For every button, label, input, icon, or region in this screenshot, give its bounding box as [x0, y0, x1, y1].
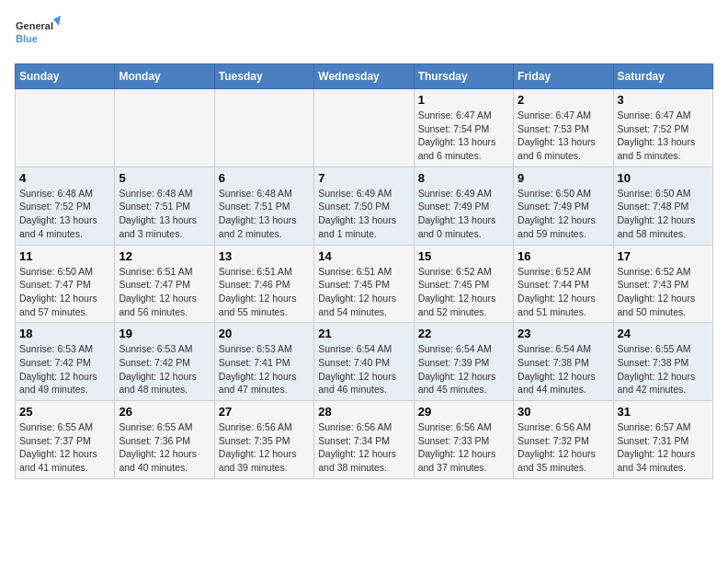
calendar-cell: 22Sunrise: 6:54 AM Sunset: 7:39 PM Dayli…: [414, 323, 513, 401]
day-number: 26: [119, 405, 210, 419]
column-header-thursday: Thursday: [414, 64, 513, 89]
day-number: 13: [219, 249, 310, 263]
calendar-cell: [214, 89, 313, 167]
svg-text:General: General: [16, 20, 53, 31]
calendar-cell: 1Sunrise: 6:47 AM Sunset: 7:54 PM Daylig…: [414, 89, 513, 167]
day-number: 27: [219, 405, 310, 419]
day-number: 5: [119, 171, 210, 185]
day-number: 28: [318, 405, 409, 419]
calendar-cell: 12Sunrise: 6:51 AM Sunset: 7:47 PM Dayli…: [115, 245, 214, 323]
day-number: 14: [318, 249, 409, 263]
day-info: Sunrise: 6:56 AM Sunset: 7:32 PM Dayligh…: [518, 420, 609, 475]
day-number: 15: [418, 249, 509, 263]
calendar-cell: 31Sunrise: 6:57 AM Sunset: 7:31 PM Dayli…: [613, 401, 712, 479]
day-number: 4: [19, 171, 110, 185]
day-info: Sunrise: 6:53 AM Sunset: 7:41 PM Dayligh…: [219, 342, 310, 396]
calendar-cell: [314, 89, 414, 167]
calendar-cell: 9Sunrise: 6:50 AM Sunset: 7:49 PM Daylig…: [514, 167, 613, 245]
day-info: Sunrise: 6:54 AM Sunset: 7:40 PM Dayligh…: [318, 342, 409, 396]
day-info: Sunrise: 6:51 AM Sunset: 7:47 PM Dayligh…: [119, 265, 210, 319]
day-info: Sunrise: 6:47 AM Sunset: 7:53 PM Dayligh…: [518, 109, 609, 163]
day-info: Sunrise: 6:54 AM Sunset: 7:38 PM Dayligh…: [518, 342, 609, 396]
day-info: Sunrise: 6:52 AM Sunset: 7:45 PM Dayligh…: [418, 265, 509, 319]
day-number: 20: [219, 327, 310, 340]
calendar-cell: 28Sunrise: 6:56 AM Sunset: 7:34 PM Dayli…: [314, 401, 414, 479]
day-info: Sunrise: 6:56 AM Sunset: 7:35 PM Dayligh…: [219, 420, 310, 475]
day-number: 25: [19, 405, 110, 419]
day-number: 21: [318, 327, 409, 340]
logo-icon: General Blue: [15, 15, 61, 56]
day-info: Sunrise: 6:56 AM Sunset: 7:33 PM Dayligh…: [418, 420, 509, 475]
column-header-monday: Monday: [115, 64, 214, 89]
day-info: Sunrise: 6:55 AM Sunset: 7:37 PM Dayligh…: [19, 420, 110, 475]
day-number: 19: [119, 327, 210, 340]
day-number: 10: [618, 171, 709, 185]
day-number: 9: [518, 171, 609, 185]
calendar-cell: 26Sunrise: 6:55 AM Sunset: 7:36 PM Dayli…: [115, 401, 214, 479]
calendar-week-row: 11Sunrise: 6:50 AM Sunset: 7:47 PM Dayli…: [16, 245, 713, 323]
day-info: Sunrise: 6:57 AM Sunset: 7:31 PM Dayligh…: [618, 420, 709, 475]
calendar-cell: [115, 89, 214, 167]
day-number: 3: [618, 93, 709, 107]
calendar-cell: 23Sunrise: 6:54 AM Sunset: 7:38 PM Dayli…: [514, 323, 613, 401]
day-info: Sunrise: 6:52 AM Sunset: 7:44 PM Dayligh…: [518, 265, 609, 319]
day-info: Sunrise: 6:47 AM Sunset: 7:54 PM Dayligh…: [418, 109, 509, 163]
day-info: Sunrise: 6:55 AM Sunset: 7:38 PM Dayligh…: [618, 342, 709, 396]
day-number: 17: [618, 249, 709, 263]
calendar-cell: [16, 89, 115, 167]
calendar-cell: 4Sunrise: 6:48 AM Sunset: 7:52 PM Daylig…: [16, 167, 115, 245]
svg-marker-2: [53, 16, 61, 26]
calendar-cell: 29Sunrise: 6:56 AM Sunset: 7:33 PM Dayli…: [414, 401, 513, 479]
calendar-cell: 19Sunrise: 6:53 AM Sunset: 7:42 PM Dayli…: [115, 323, 214, 401]
calendar-cell: 7Sunrise: 6:49 AM Sunset: 7:50 PM Daylig…: [314, 167, 414, 245]
day-number: 18: [19, 327, 110, 340]
calendar-cell: 25Sunrise: 6:55 AM Sunset: 7:37 PM Dayli…: [16, 401, 115, 479]
day-number: 8: [418, 171, 509, 185]
calendar-cell: 17Sunrise: 6:52 AM Sunset: 7:43 PM Dayli…: [613, 245, 712, 323]
day-number: 31: [618, 405, 709, 419]
day-info: Sunrise: 6:54 AM Sunset: 7:39 PM Dayligh…: [418, 342, 509, 396]
day-number: 16: [518, 249, 609, 263]
calendar-week-row: 18Sunrise: 6:53 AM Sunset: 7:42 PM Dayli…: [16, 323, 713, 401]
day-number: 12: [119, 249, 210, 263]
calendar-cell: 11Sunrise: 6:50 AM Sunset: 7:47 PM Dayli…: [16, 245, 115, 323]
day-number: 7: [318, 171, 409, 185]
calendar-cell: 16Sunrise: 6:52 AM Sunset: 7:44 PM Dayli…: [514, 245, 613, 323]
column-header-wednesday: Wednesday: [314, 64, 414, 89]
day-info: Sunrise: 6:49 AM Sunset: 7:49 PM Dayligh…: [418, 187, 509, 241]
day-info: Sunrise: 6:50 AM Sunset: 7:48 PM Dayligh…: [618, 187, 709, 241]
calendar-cell: 21Sunrise: 6:54 AM Sunset: 7:40 PM Dayli…: [314, 323, 414, 401]
calendar-cell: 3Sunrise: 6:47 AM Sunset: 7:52 PM Daylig…: [613, 89, 712, 167]
day-number: 2: [518, 93, 609, 107]
day-info: Sunrise: 6:50 AM Sunset: 7:47 PM Dayligh…: [19, 265, 110, 319]
calendar-cell: 18Sunrise: 6:53 AM Sunset: 7:42 PM Dayli…: [16, 323, 115, 401]
calendar-cell: 5Sunrise: 6:48 AM Sunset: 7:51 PM Daylig…: [115, 167, 214, 245]
column-header-sunday: Sunday: [16, 64, 115, 89]
calendar-cell: 2Sunrise: 6:47 AM Sunset: 7:53 PM Daylig…: [514, 89, 613, 167]
calendar-cell: 14Sunrise: 6:51 AM Sunset: 7:45 PM Dayli…: [314, 245, 414, 323]
day-info: Sunrise: 6:47 AM Sunset: 7:52 PM Dayligh…: [618, 109, 709, 163]
day-info: Sunrise: 6:55 AM Sunset: 7:36 PM Dayligh…: [119, 420, 210, 475]
day-info: Sunrise: 6:52 AM Sunset: 7:43 PM Dayligh…: [618, 265, 709, 319]
calendar-cell: 8Sunrise: 6:49 AM Sunset: 7:49 PM Daylig…: [414, 167, 513, 245]
calendar-cell: 10Sunrise: 6:50 AM Sunset: 7:48 PM Dayli…: [613, 167, 712, 245]
column-header-tuesday: Tuesday: [214, 64, 313, 89]
day-info: Sunrise: 6:48 AM Sunset: 7:51 PM Dayligh…: [119, 187, 210, 241]
day-number: 11: [19, 249, 110, 263]
calendar-cell: 30Sunrise: 6:56 AM Sunset: 7:32 PM Dayli…: [514, 401, 613, 479]
calendar-cell: 15Sunrise: 6:52 AM Sunset: 7:45 PM Dayli…: [414, 245, 513, 323]
day-info: Sunrise: 6:51 AM Sunset: 7:45 PM Dayligh…: [318, 265, 409, 319]
calendar-cell: 27Sunrise: 6:56 AM Sunset: 7:35 PM Dayli…: [214, 401, 313, 479]
day-info: Sunrise: 6:56 AM Sunset: 7:34 PM Dayligh…: [318, 420, 409, 475]
calendar-cell: 20Sunrise: 6:53 AM Sunset: 7:41 PM Dayli…: [214, 323, 313, 401]
calendar-week-row: 1Sunrise: 6:47 AM Sunset: 7:54 PM Daylig…: [16, 89, 713, 167]
day-number: 24: [618, 327, 709, 340]
day-info: Sunrise: 6:50 AM Sunset: 7:49 PM Dayligh…: [518, 187, 609, 241]
calendar-table: SundayMondayTuesdayWednesdayThursdayFrid…: [15, 63, 713, 479]
day-number: 29: [418, 405, 509, 419]
calendar-week-row: 25Sunrise: 6:55 AM Sunset: 7:37 PM Dayli…: [16, 401, 713, 479]
calendar-week-row: 4Sunrise: 6:48 AM Sunset: 7:52 PM Daylig…: [16, 167, 713, 245]
day-number: 30: [518, 405, 609, 419]
day-info: Sunrise: 6:48 AM Sunset: 7:51 PM Dayligh…: [219, 187, 310, 241]
day-info: Sunrise: 6:48 AM Sunset: 7:52 PM Dayligh…: [19, 187, 110, 241]
